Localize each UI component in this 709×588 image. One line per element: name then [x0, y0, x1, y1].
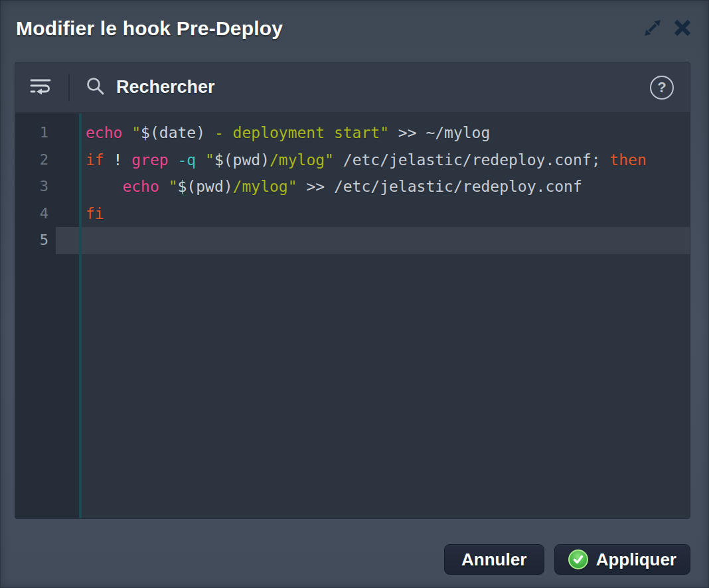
gutter-padding [56, 119, 79, 147]
code-area[interactable]: 1echo "$(date) - deployment start" >> ~/… [15, 113, 690, 518]
close-icon [672, 18, 692, 40]
apply-label: Appliquer [596, 550, 676, 570]
gutter-padding [56, 200, 79, 228]
code-line-2[interactable]: 2if ! grep -q "$(pwd)/mylog" /etc/jelast… [15, 147, 690, 174]
check-icon [568, 550, 588, 569]
code-line-3[interactable]: 3 echo "$(pwd)/mylog" >> /etc/jelastic/r… [15, 173, 690, 200]
close-button[interactable] [672, 18, 693, 39]
editor-toolbar: Rechercher ? [15, 62, 690, 113]
cancel-button[interactable]: Annuler [444, 544, 544, 575]
line-number: 1 [15, 119, 56, 147]
code-editor-panel: Rechercher ? 1echo "$(date) - deployment… [15, 62, 690, 519]
search-placeholder: Rechercher [116, 77, 215, 98]
dialog-footer: Annuler Appliquer [444, 544, 690, 575]
toolbar-divider [68, 74, 70, 102]
window-controls [642, 18, 693, 39]
code-text [79, 227, 690, 254]
code-text: fi [79, 200, 690, 228]
expand-icon [643, 19, 662, 39]
code-line-5[interactable]: 5 [15, 227, 690, 254]
line-number: 5 [15, 227, 56, 254]
line-number: 3 [15, 173, 56, 200]
gutter-padding [56, 173, 79, 200]
expand-button[interactable] [642, 18, 663, 39]
line-number: 4 [15, 200, 56, 228]
word-wrap-button[interactable] [29, 76, 52, 98]
word-wrap-icon [29, 76, 52, 98]
code-line-4[interactable]: 4fi [15, 200, 690, 228]
help-button[interactable]: ? [650, 76, 674, 100]
gutter-padding [56, 227, 79, 254]
apply-button[interactable]: Appliquer [554, 544, 690, 575]
code-lines: 1echo "$(date) - deployment start" >> ~/… [15, 113, 690, 518]
code-text: if ! grep -q "$(pwd)/mylog" /etc/jelasti… [79, 147, 690, 174]
code-text: echo "$(date) - deployment start" >> ~/m… [79, 119, 690, 147]
gutter-border [79, 113, 82, 518]
dialog-header: Modifier le hook Pre-Deploy [0, 0, 709, 57]
search-icon [85, 76, 106, 100]
dialog-title: Modifier le hook Pre-Deploy [16, 17, 283, 40]
question-mark-icon: ? [657, 79, 666, 96]
code-line-1[interactable]: 1echo "$(date) - deployment start" >> ~/… [15, 119, 690, 147]
gutter-padding [56, 147, 79, 174]
code-text: echo "$(pwd)/mylog" >> /etc/jelastic/red… [79, 173, 690, 200]
search-field[interactable]: Rechercher [85, 76, 215, 100]
line-number: 2 [15, 147, 56, 174]
